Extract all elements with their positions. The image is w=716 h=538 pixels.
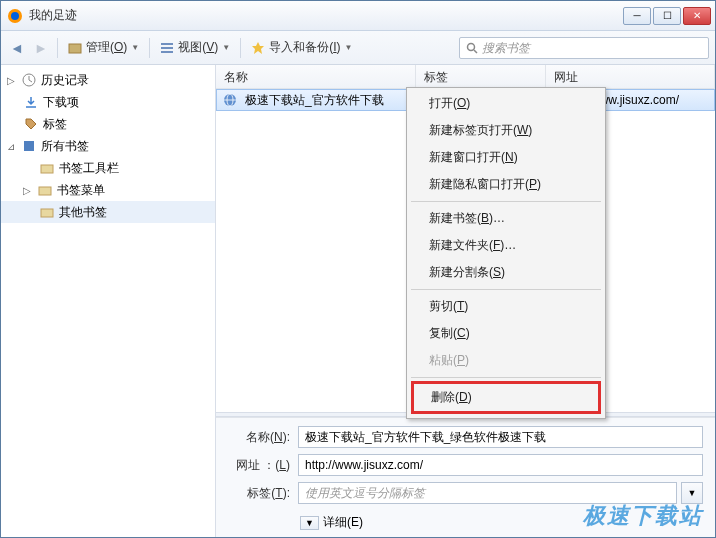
download-icon	[23, 94, 39, 110]
svg-rect-12	[39, 187, 51, 195]
separator	[411, 201, 601, 202]
ctx-open[interactable]: 打开(O)	[409, 90, 603, 117]
context-menu: 打开(O) 新建标签页打开(W) 新建窗口打开(N) 新建隐私窗口打开(P) 新…	[406, 87, 606, 419]
globe-icon	[223, 93, 237, 107]
tag-icon	[23, 116, 39, 132]
ctx-paste: 粘贴(P)	[409, 347, 603, 374]
svg-marker-6	[252, 42, 264, 54]
svg-line-8	[474, 50, 477, 53]
sidebar-item-all-bookmarks[interactable]: ⊿ 所有书签	[1, 135, 215, 157]
dropdown-icon: ▼	[345, 43, 353, 52]
sidebar-item-tags[interactable]: 标签	[1, 113, 215, 135]
detail-tags-label: 标签(T):	[228, 485, 298, 502]
column-name[interactable]: 名称	[216, 65, 416, 88]
separator	[411, 289, 601, 290]
manage-menu[interactable]: 管理(O) ▼	[64, 37, 143, 58]
bookmarks-icon	[21, 138, 37, 154]
import-backup-menu[interactable]: 导入和备份(I) ▼	[247, 37, 356, 58]
toolbar: ◄ ► 管理(O) ▼ 视图(V) ▼ 导入和备份(I) ▼	[1, 31, 715, 65]
highlight-box: 删除(D)	[411, 381, 601, 414]
view-menu[interactable]: 视图(V) ▼	[156, 37, 234, 58]
svg-rect-5	[161, 51, 173, 53]
chevron-down-icon: ▼	[300, 516, 319, 530]
forward-button[interactable]: ►	[31, 38, 51, 58]
separator	[57, 38, 58, 58]
ctx-cut[interactable]: 剪切(T)	[409, 293, 603, 320]
maximize-button[interactable]: ☐	[653, 7, 681, 25]
ctx-new-separator[interactable]: 新建分割条(S)	[409, 259, 603, 286]
sidebar-item-menu-bookmarks[interactable]: ▷ 书签菜单	[1, 179, 215, 201]
folder-icon	[39, 204, 55, 220]
ctx-new-folder[interactable]: 新建文件夹(F)…	[409, 232, 603, 259]
sidebar-item-other-bookmarks[interactable]: 其他书签	[1, 201, 215, 223]
folder-icon	[37, 182, 53, 198]
column-url[interactable]: 网址	[546, 65, 715, 88]
svg-point-7	[468, 43, 475, 50]
tags-dropdown-button[interactable]: ▼	[681, 482, 703, 504]
svg-rect-3	[161, 43, 173, 45]
expand-icon[interactable]: ▷	[7, 75, 17, 86]
collapse-icon[interactable]: ⊿	[7, 141, 17, 152]
separator	[240, 38, 241, 58]
detail-url-label: 网址 ：(L)	[228, 457, 298, 474]
clock-icon	[21, 72, 37, 88]
detail-url-input[interactable]	[298, 454, 703, 476]
detail-tags-input[interactable]	[298, 482, 677, 504]
chevron-down-icon: ▼	[688, 488, 697, 498]
ctx-open-tab[interactable]: 新建标签页打开(W)	[409, 117, 603, 144]
svg-rect-4	[161, 47, 173, 49]
sidebar-item-downloads[interactable]: 下载项	[1, 91, 215, 113]
expand-icon[interactable]: ▷	[23, 185, 33, 196]
window-title: 我的足迹	[29, 7, 623, 24]
search-icon	[466, 42, 478, 54]
firefox-icon	[7, 8, 23, 24]
view-icon	[160, 41, 174, 55]
sidebar-item-toolbar-bookmarks[interactable]: 书签工具栏	[1, 157, 215, 179]
column-tags[interactable]: 标签	[416, 65, 546, 88]
ctx-new-bookmark[interactable]: 新建书签(B)…	[409, 205, 603, 232]
star-icon	[251, 41, 265, 55]
ctx-delete[interactable]: 删除(D)	[414, 384, 598, 411]
dropdown-icon: ▼	[222, 43, 230, 52]
expand-details[interactable]: ▼ 详细(E)	[228, 510, 703, 533]
ctx-open-private[interactable]: 新建隐私窗口打开(P)	[409, 171, 603, 198]
title-bar: 我的足迹 ─ ☐ ✕	[1, 1, 715, 31]
folder-icon	[39, 160, 55, 176]
back-button[interactable]: ◄	[7, 38, 27, 58]
dropdown-icon: ▼	[131, 43, 139, 52]
svg-point-1	[11, 12, 19, 20]
search-box[interactable]	[459, 37, 709, 59]
minimize-button[interactable]: ─	[623, 7, 651, 25]
detail-name-label: 名称(N):	[228, 429, 298, 446]
ctx-open-window[interactable]: 新建窗口打开(N)	[409, 144, 603, 171]
sidebar: ▷ 历史记录 下载项 标签 ⊿ 所有书签 书签工具栏 ▷	[1, 65, 216, 537]
details-panel: 名称(N): 网址 ：(L) 标签(T): ▼ ▼ 详细(E) 极速下载站	[216, 417, 715, 537]
main-panel: 名称 标签 网址 极速下载站_官方软件下载 http://www.jisuxz.…	[216, 65, 715, 537]
svg-rect-13	[41, 209, 53, 217]
list-header: 名称 标签 网址	[216, 65, 715, 89]
close-button[interactable]: ✕	[683, 7, 711, 25]
search-input[interactable]	[482, 41, 702, 55]
ctx-copy[interactable]: 复制(C)	[409, 320, 603, 347]
detail-name-input[interactable]	[298, 426, 703, 448]
organize-icon	[68, 41, 82, 55]
separator	[411, 377, 601, 378]
row-name: 极速下载站_官方软件下载	[237, 92, 423, 109]
svg-rect-11	[41, 165, 53, 173]
svg-rect-10	[24, 141, 34, 151]
sidebar-item-history[interactable]: ▷ 历史记录	[1, 69, 215, 91]
svg-rect-2	[69, 44, 81, 53]
separator	[149, 38, 150, 58]
